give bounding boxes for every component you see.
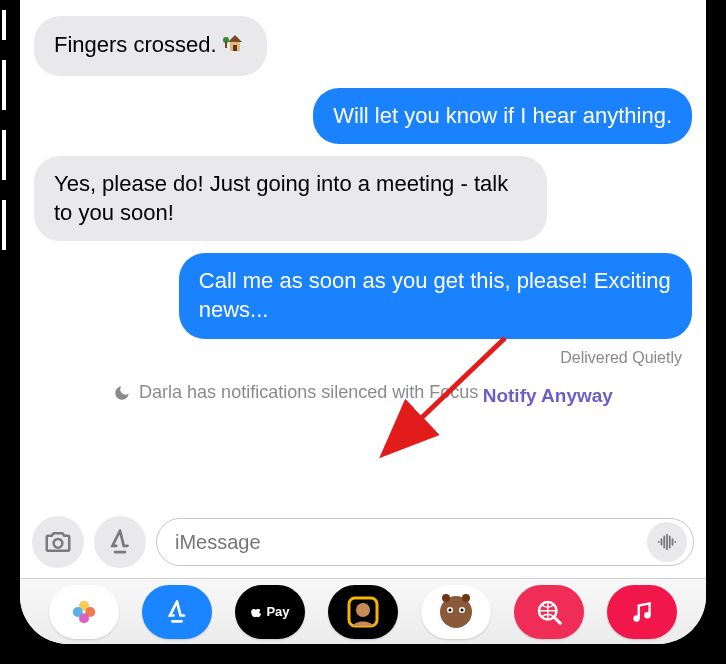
svg-point-13 [356, 603, 370, 617]
tray-app-photos[interactable] [49, 585, 119, 639]
svg-point-22 [633, 615, 640, 622]
music-note-icon [629, 599, 655, 625]
message-row: Will let you know if I hear anything. [34, 88, 692, 145]
message-row: Call me as soon as you get this, please!… [34, 253, 692, 338]
delivery-status: Delivered Quietly [34, 345, 692, 377]
device-side-button [2, 200, 6, 250]
memoji-frame-icon [343, 592, 383, 632]
svg-point-20 [462, 594, 470, 602]
message-row: Fingers crossed. [34, 16, 692, 76]
sent-bubble[interactable]: Call me as soon as you get this, please!… [179, 253, 692, 338]
compose-bar [20, 510, 706, 578]
message-input[interactable] [175, 531, 647, 554]
message-text: Yes, please do! Just going into a meetin… [54, 171, 508, 225]
audio-wave-icon [656, 531, 678, 553]
svg-point-11 [73, 607, 83, 617]
house-tree-emoji-icon [223, 30, 247, 62]
camera-button[interactable] [32, 516, 84, 568]
apple-logo-icon [250, 605, 264, 619]
focus-silenced-label: Darla has notifications silenced with Fo… [113, 382, 478, 403]
tray-app-appstore[interactable] [142, 585, 212, 639]
svg-rect-2 [233, 45, 237, 51]
received-bubble[interactable]: Yes, please do! Just going into a meetin… [34, 156, 547, 241]
notify-anyway-button[interactable]: Notify Anyway [483, 385, 613, 407]
svg-point-18 [461, 608, 464, 611]
sent-bubble[interactable]: Will let you know if I hear anything. [313, 88, 692, 145]
tray-app-applepay[interactable]: Pay [235, 585, 305, 639]
app-tray: Pay [20, 578, 706, 644]
svg-rect-4 [225, 42, 227, 48]
photos-icon [69, 597, 99, 627]
tray-app-memoji[interactable] [328, 585, 398, 639]
applepay-label: Pay [266, 604, 289, 619]
message-text: Will let you know if I hear anything. [333, 103, 672, 128]
appstore-icon [105, 527, 135, 557]
focus-status-area: Darla has notifications silenced with Fo… [34, 377, 692, 417]
moon-icon [113, 384, 131, 402]
appstore-a-icon [163, 598, 191, 626]
device-side-button [2, 60, 6, 110]
message-row: Yes, please do! Just going into a meetin… [34, 156, 692, 241]
message-text: Call me as soon as you get this, please!… [199, 268, 671, 322]
device-frame: Fingers crossed. Will let you know if I … [0, 0, 726, 664]
screen: Fingers crossed. Will let you know if I … [20, 0, 706, 644]
received-bubble[interactable]: Fingers crossed. [34, 16, 267, 76]
audio-record-button[interactable] [647, 522, 687, 562]
camera-icon [43, 527, 73, 557]
svg-point-19 [442, 594, 450, 602]
app-drawer-button[interactable] [94, 516, 146, 568]
svg-point-23 [644, 612, 651, 619]
tray-app-music[interactable] [607, 585, 677, 639]
device-side-button [2, 10, 6, 40]
device-side-button [2, 130, 6, 180]
svg-point-7 [54, 539, 63, 548]
svg-point-17 [449, 608, 452, 611]
messages-scroll[interactable]: Fingers crossed. Will let you know if I … [20, 0, 706, 510]
tray-app-search[interactable] [514, 585, 584, 639]
message-input-wrap[interactable] [156, 518, 694, 566]
animoji-face-icon [434, 590, 478, 634]
tray-app-animoji[interactable] [421, 585, 491, 639]
message-text: Fingers crossed. [54, 32, 223, 57]
focus-silenced-text: Darla has notifications silenced with Fo… [139, 382, 478, 403]
svg-marker-1 [228, 35, 242, 42]
search-globe-icon [534, 597, 564, 627]
